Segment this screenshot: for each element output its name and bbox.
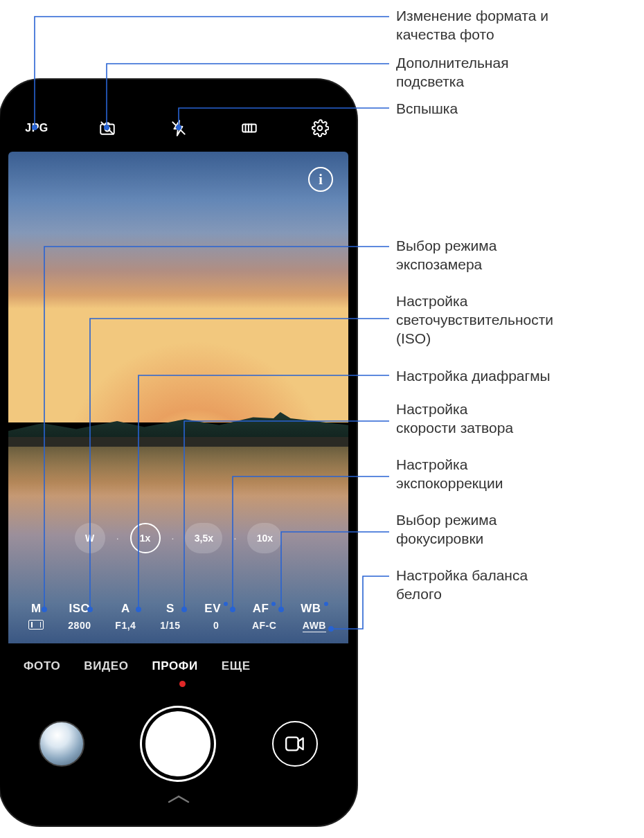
callout-ev: Настройкаэкспокоррекции: [396, 456, 503, 493]
phone-screen: JPG i: [8, 88, 348, 817]
zoom-wide[interactable]: W: [75, 523, 105, 553]
param-iso-label: ISO: [69, 602, 90, 616]
callout-flash: Вспышка: [396, 100, 458, 118]
param-af-value: AF-C: [252, 620, 276, 631]
param-shutter-value: 1/15: [160, 620, 180, 631]
param-ev[interactable]: EV 0: [204, 602, 228, 632]
svg-rect-2: [242, 125, 256, 132]
metering-mode-icon: [28, 620, 44, 630]
param-aperture-label: A: [121, 602, 130, 616]
callout-backlight: Дополнительнаяподсветка: [396, 54, 509, 91]
scene-reflection: [8, 447, 348, 496]
active-tab-indicator: [179, 681, 186, 687]
tab-pro[interactable]: ПРОФИ: [152, 659, 198, 673]
callout-metering: Выбор режимаэкспозамера: [396, 237, 497, 274]
param-wb-value: AWB: [303, 620, 326, 632]
param-iso-value: 2800: [68, 620, 91, 631]
bottom-controls: [8, 702, 348, 785]
zoom-separator: ·: [233, 533, 236, 544]
param-metering-label: M: [31, 602, 42, 616]
param-ev-label: EV: [204, 602, 228, 616]
scene-sky: [8, 152, 348, 422]
param-aperture-value: F1,4: [115, 620, 136, 631]
shutter-button[interactable]: [145, 711, 211, 776]
svg-point-3: [318, 126, 323, 131]
flash-off-icon[interactable]: [166, 115, 192, 141]
param-focus[interactable]: AF AF-C: [252, 602, 276, 632]
callout-focus: Выбор режимафокусировки: [396, 511, 497, 549]
zoom-10x[interactable]: 10x: [247, 523, 282, 553]
callout-format: Изменение формата икачества фото: [396, 7, 548, 44]
callout-aperture: Настройка диафрагмы: [396, 367, 551, 386]
pro-params-row: M ISO 2800 A F1,4 S 1/15: [8, 602, 348, 632]
param-wb[interactable]: WB AWB: [301, 602, 328, 632]
mode-tabs: ФОТО ВИДЕО ПРОФИ ЕЩЕ: [8, 650, 348, 682]
param-shutter-label: S: [166, 602, 175, 616]
svg-rect-4: [286, 738, 298, 751]
zoom-separator: ·: [172, 533, 175, 544]
zoom-1x[interactable]: 1x: [130, 523, 161, 553]
callout-wb: Настройка балансабелого: [396, 567, 528, 604]
param-ev-value: 0: [213, 620, 219, 631]
format-toggle[interactable]: JPG: [24, 115, 50, 141]
video-switch-button[interactable]: [272, 721, 318, 767]
gallery-thumbnail[interactable]: [39, 721, 84, 767]
aspect-icon[interactable]: [236, 115, 262, 141]
param-af-label: AF: [253, 602, 276, 616]
param-metering[interactable]: M: [28, 602, 44, 632]
top-toolbar: JPG: [8, 113, 348, 143]
callout-shutter: Настройкаскорости затвора: [396, 400, 513, 438]
viewfinder[interactable]: i W · 1x · 3,5x · 10x M ISO: [8, 152, 348, 643]
param-wb-label: WB: [301, 602, 328, 616]
tab-more[interactable]: ЕЩЕ: [222, 659, 251, 673]
phone-frame: JPG i: [0, 80, 357, 826]
info-icon[interactable]: i: [308, 167, 333, 192]
param-iso[interactable]: ISO 2800: [68, 602, 91, 632]
zoom-separator: ·: [116, 533, 119, 544]
swipe-up-indicator[interactable]: [166, 794, 191, 808]
tab-photo[interactable]: ФОТО: [24, 659, 60, 673]
param-shutter[interactable]: S 1/15: [160, 602, 180, 632]
zoom-row: W · 1x · 3,5x · 10x: [8, 523, 348, 553]
tab-video[interactable]: ВИДЕО: [84, 659, 128, 673]
settings-icon[interactable]: [307, 115, 333, 141]
zoom-3-5x[interactable]: 3,5x: [185, 523, 222, 553]
param-aperture[interactable]: A F1,4: [115, 602, 136, 632]
callout-iso: Настройкасветочувствительности(ISO): [396, 292, 553, 348]
camera-off-icon[interactable]: [94, 115, 120, 141]
